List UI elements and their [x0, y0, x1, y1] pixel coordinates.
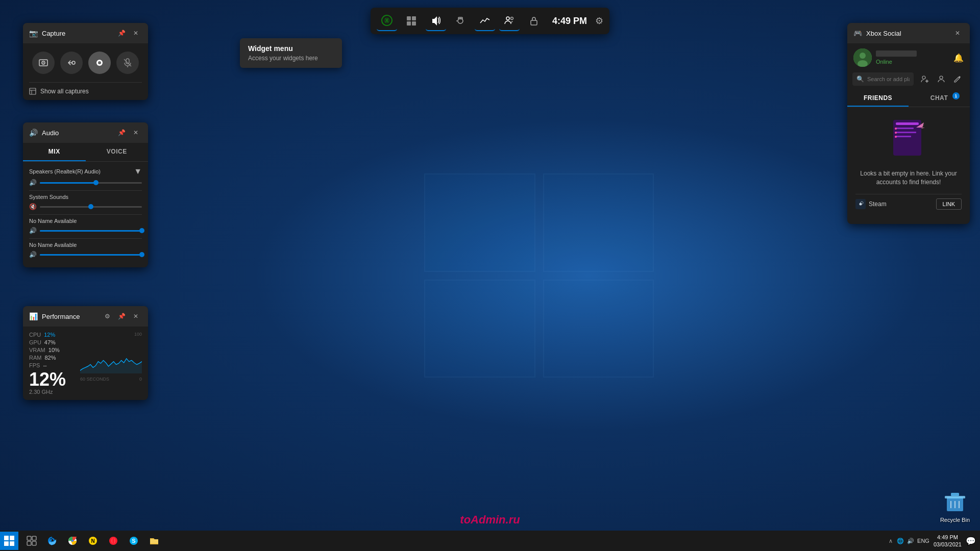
- notifications-btn[interactable]: 💬: [966, 536, 976, 546]
- perf-fps-value: --: [43, 362, 46, 368]
- social-tab-chat[interactable]: CHAT 1: [909, 90, 970, 107]
- audio-channel1-slider[interactable]: [40, 230, 142, 232]
- taskbar-files[interactable]: [145, 532, 163, 550]
- perf-panel-title: Performance: [42, 313, 97, 320]
- capture-header-buttons: 📌 ✕: [115, 27, 142, 39]
- show-all-captures-btn[interactable]: Show all captures: [23, 83, 148, 100]
- svg-rect-53: [32, 536, 36, 540]
- capture-header-icon: 📷: [29, 29, 38, 37]
- record-btn[interactable]: [88, 52, 111, 74]
- taskbar-edge[interactable]: [43, 532, 61, 550]
- taskbar-clock[interactable]: 4:49 PM 03/03/2021: [934, 534, 962, 548]
- social-panel-title: Xbox Social: [866, 30, 947, 37]
- social-header-buttons: ✕: [951, 27, 964, 39]
- perf-cpu-value: 12%: [44, 332, 55, 338]
- perf-vram-value: 10%: [48, 347, 60, 353]
- svg-rect-36: [896, 136, 911, 137]
- svg-rect-32: [893, 120, 921, 156]
- widget-tooltip-desc: Access your widgets here: [248, 55, 334, 62]
- audio-channel1-label: No Name Available: [29, 218, 142, 224]
- taskbar-right: ∧ 🌐 🔊 ENG 4:49 PM 03/03/2021 💬: [889, 534, 980, 548]
- perf-vram-label: VRAM: [29, 347, 45, 353]
- steam-link-btn[interactable]: LINK: [936, 198, 962, 210]
- tray-expand-btn[interactable]: ∧: [889, 538, 893, 544]
- show-captures-label: Show all captures: [40, 88, 89, 95]
- gamebar-friends-btn[interactable]: [499, 11, 520, 31]
- gamebar-settings-btn[interactable]: ⚙: [595, 15, 603, 27]
- audio-speaker-icon: 🔊: [29, 179, 37, 186]
- search-input[interactable]: [867, 76, 910, 82]
- perf-ram-row: RAM 82%: [29, 355, 75, 361]
- audio-div-2: [29, 214, 142, 215]
- gamebar-widget-btn[interactable]: [401, 11, 422, 31]
- volume-icon[interactable]: 🔊: [907, 538, 914, 544]
- audio-main-slider-row: 🔊: [29, 179, 142, 186]
- start-button[interactable]: [0, 532, 18, 550]
- svg-text:S: S: [132, 538, 135, 544]
- taskbar-skype[interactable]: S: [125, 532, 143, 550]
- social-panel-header: 🎮 Xbox Social ✕: [847, 23, 970, 43]
- gamebar-capture-btn[interactable]: [450, 11, 471, 31]
- network-icon[interactable]: 🌐: [897, 538, 904, 544]
- taskbar-opera[interactable]: [104, 532, 122, 550]
- social-empty-state: Looks a bit empty in here. Link your acc…: [847, 107, 970, 224]
- perf-graph-max: 100: [80, 332, 142, 337]
- svg-rect-50: [4, 541, 9, 546]
- audio-main-slider[interactable]: [40, 182, 142, 184]
- perf-settings-btn[interactable]: ⚙: [101, 310, 113, 322]
- perf-pin-btn[interactable]: 📌: [115, 310, 128, 322]
- taskbar-norton[interactable]: N: [84, 532, 102, 550]
- taskbar-taskview[interactable]: [22, 532, 41, 550]
- capture-close-btn[interactable]: ✕: [130, 27, 142, 39]
- mic-btn[interactable]: [116, 52, 139, 74]
- svg-rect-5: [407, 21, 411, 26]
- svg-point-9: [456, 20, 457, 21]
- audio-channel2-slider[interactable]: [40, 254, 142, 256]
- perf-fps-row: FPS --: [29, 362, 75, 368]
- record-last-btn[interactable]: [60, 52, 83, 74]
- svg-point-18: [98, 61, 101, 64]
- gamebar-privacy-btn[interactable]: [524, 11, 544, 31]
- audio-channel2-slider-row: 🔊: [29, 251, 142, 258]
- audio-channel2-icon: 🔊: [29, 251, 37, 258]
- audio-tab-mix[interactable]: MIX: [23, 143, 86, 161]
- perf-close-btn[interactable]: ✕: [130, 310, 142, 322]
- add-friend-icon[interactable]: [918, 72, 932, 86]
- perf-panel-header: 📊 Performance ⚙ 📌 ✕: [23, 306, 148, 327]
- social-action-icons: [918, 72, 965, 86]
- social-tab-friends[interactable]: FRIENDS: [847, 90, 909, 107]
- audio-expand-icon[interactable]: ▼: [134, 167, 142, 176]
- gamebar-audio-btn[interactable]: [426, 11, 446, 31]
- recycle-bin[interactable]: Recycle Bin: [940, 489, 970, 523]
- gamebar-xbox-btn[interactable]: X: [377, 11, 397, 31]
- audio-div-1: [29, 190, 142, 191]
- social-close-btn[interactable]: ✕: [951, 27, 964, 39]
- perf-gpu-label: GPU: [29, 339, 41, 345]
- steam-label: Steam: [869, 201, 887, 208]
- audio-system-slider[interactable]: [40, 206, 142, 208]
- capture-pin-btn[interactable]: 📌: [115, 27, 128, 39]
- notification-bell[interactable]: 🔔: [953, 53, 964, 63]
- svg-rect-52: [27, 536, 31, 540]
- clock-time: 4:49 PM: [934, 534, 962, 541]
- capture-panel: 📷 Capture 📌 ✕: [23, 23, 148, 100]
- taskbar-chrome[interactable]: [63, 532, 82, 550]
- svg-line-21: [124, 59, 131, 66]
- perf-header-icon: 📊: [29, 312, 38, 320]
- audio-mute-icon[interactable]: 🔇: [29, 203, 37, 210]
- sys-tray: 🌐 🔊 ENG: [897, 538, 929, 544]
- svg-rect-33: [896, 122, 919, 125]
- svg-rect-3: [407, 16, 411, 20]
- audio-pin-btn[interactable]: 📌: [115, 127, 128, 139]
- gamebar-performance-btn[interactable]: [475, 11, 495, 31]
- perf-header-buttons: ⚙ 📌 ✕: [101, 310, 142, 322]
- screenshot-btn[interactable]: [32, 52, 55, 74]
- svg-rect-44: [951, 493, 959, 496]
- audio-tab-voice[interactable]: VOICE: [86, 143, 149, 161]
- perf-cpu-row: CPU 12%: [29, 332, 75, 338]
- audio-close-btn[interactable]: ✕: [130, 127, 142, 139]
- social-search-box[interactable]: 🔍: [852, 72, 914, 86]
- invite-icon[interactable]: [934, 72, 948, 86]
- svg-rect-12: [531, 20, 537, 25]
- edit-icon[interactable]: [950, 72, 965, 86]
